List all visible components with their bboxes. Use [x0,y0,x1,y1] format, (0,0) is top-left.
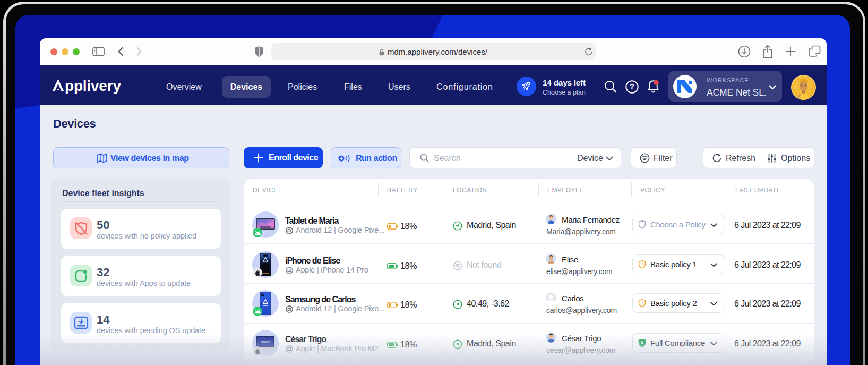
svg-text:Applivery: Applivery [261,341,271,343]
svg-text:?: ? [630,82,634,91]
